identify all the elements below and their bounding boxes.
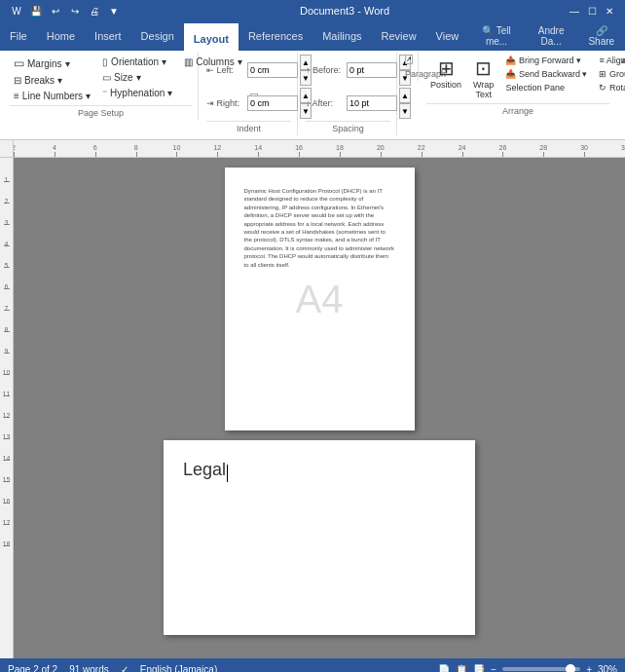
tab-mailings[interactable]: Mailings	[312, 21, 371, 51]
spacing-after-input[interactable]	[347, 95, 397, 111]
group-paragraph-content: ↗	[405, 55, 412, 64]
title-bar: W 💾 ↩ ↪ 🖨 ▼ Document3 - Word — ☐ ✕	[0, 0, 625, 21]
group-indent: ⇤ Left: ▲ ▼ ⇥ Right: ▲ ▼	[201, 53, 298, 135]
group-spacing-label: Spacing	[306, 121, 390, 133]
save-btn[interactable]: 💾	[27, 2, 45, 19]
orientation-dropdown[interactable]: ▾	[162, 56, 166, 67]
ribbon: File Home Insert Design Layout Reference…	[0, 21, 625, 140]
position-label: Position	[430, 80, 461, 90]
undo-btn[interactable]: ↩	[47, 2, 64, 19]
qat-dropdown[interactable]: ▼	[105, 2, 123, 19]
web-layout-btn[interactable]: 📑	[473, 664, 485, 673]
spacing-before-row: ↑ Before: ▲ ▼	[306, 55, 411, 86]
size-label: Size	[114, 72, 132, 83]
paragraph-launcher[interactable]: ↗	[405, 55, 413, 64]
print-layout-btn[interactable]: 📋	[456, 664, 467, 673]
tab-design[interactable]: Design	[131, 21, 184, 51]
indent-right-label: ⇥ Right:	[206, 98, 245, 108]
zoom-slider[interactable]	[502, 667, 580, 671]
group-page-setup-label: Page Setup	[10, 105, 192, 118]
zoom-level[interactable]: 30%	[598, 664, 617, 673]
word-icon: W	[8, 2, 25, 19]
horizontal-ruler: 2468101214161820222426283032	[14, 140, 625, 157]
send-backward-btn[interactable]: 📥 Send Backward ▾	[501, 68, 591, 80]
spacing-after-down[interactable]: ▼	[399, 103, 411, 119]
print-btn[interactable]: 🖨	[86, 2, 103, 19]
quick-access-toolbar[interactable]: W 💾 ↩ ↪ 🖨 ▼	[8, 2, 123, 19]
minimize-btn[interactable]: —	[567, 3, 582, 19]
hyphenation-btn[interactable]: ⁻ Hyphenation ▾	[98, 86, 176, 100]
orientation-label: Orientation	[111, 56, 159, 67]
margins-btn[interactable]: ▭ Margins ▾	[10, 55, 94, 72]
tab-insert[interactable]: Insert	[85, 21, 131, 51]
breaks-btn[interactable]: ⊟ Breaks ▾	[10, 73, 94, 88]
hyphenation-icon: ⁻	[102, 88, 107, 98]
zoom-in-btn[interactable]: +	[586, 664, 592, 673]
status-right: 📄 📋 📑 − + 30%	[438, 664, 617, 673]
ribbon-collapse-btn[interactable]: ▲	[617, 53, 625, 67]
tab-home[interactable]: Home	[37, 21, 85, 51]
tab-file[interactable]: File	[0, 21, 37, 51]
arrange-row-1: 📤 Bring Forward ▾	[501, 55, 591, 66]
zoom-out-btn[interactable]: −	[491, 664, 496, 673]
size-dropdown[interactable]: ▾	[136, 72, 141, 83]
language-indicator[interactable]: English (Jamaica)	[140, 664, 217, 673]
group-spacing: ↑ Before: ▲ ▼ ↓ After: ▲ ▼	[300, 53, 397, 135]
bring-forward-btn[interactable]: 📤 Bring Forward ▾	[501, 55, 585, 66]
window-controls[interactable]: — ☐ ✕	[567, 3, 617, 19]
position-btn[interactable]: ⊞ Position	[426, 55, 465, 92]
window-title: Document3 - Word	[123, 5, 567, 17]
close-btn[interactable]: ✕	[602, 3, 617, 19]
group-paragraph-label: Paragraph	[405, 66, 412, 79]
spacing-after-up[interactable]: ▲	[399, 88, 411, 103]
wrap-text-btn[interactable]: ⊡ Wrap Text	[469, 55, 497, 101]
indent-right-input[interactable]	[247, 95, 298, 111]
tab-references[interactable]: References	[239, 21, 312, 51]
tab-share[interactable]: 🔗 Share	[578, 21, 625, 51]
tab-share-user[interactable]: Andre Da...	[525, 21, 578, 51]
status-bar: Page 2 of 2 91 words ✓ English (Jamaica)…	[0, 658, 625, 672]
ribbon-content: ▭ Margins ▾ ⊟ Breaks ▾ ≡ Line Numbers ▾	[0, 51, 625, 139]
redo-btn[interactable]: ↪	[66, 2, 84, 19]
size-btn[interactable]: ▭ Size ▾	[98, 70, 176, 85]
breaks-dropdown[interactable]: ▾	[57, 75, 62, 86]
tab-review[interactable]: Review	[372, 21, 426, 51]
indent-left-row: ⇤ Left: ▲ ▼	[206, 55, 312, 86]
wrap-text-icon: ⊡	[475, 56, 492, 80]
tab-layout[interactable]: Layout	[184, 23, 239, 53]
spacing-before-label: ↑ Before:	[306, 65, 345, 75]
indent-left-input[interactable]	[247, 62, 298, 78]
page-indicator[interactable]: Page 2 of 2	[8, 664, 57, 673]
line-numbers-btn[interactable]: ≡ Line Numbers ▾	[10, 89, 94, 103]
proofing-icon[interactable]: ✓	[121, 664, 129, 673]
rotate-btn[interactable]: ↻ Rotate ▾	[595, 82, 625, 93]
orientation-icon: ▯	[102, 56, 108, 67]
breaks-icon: ⊟	[14, 75, 21, 86]
page-2-cursor-line[interactable]: Legal	[183, 460, 456, 482]
tab-view[interactable]: View	[426, 21, 469, 51]
selection-pane-btn[interactable]: Selection Pane	[501, 82, 569, 93]
line-numbers-dropdown[interactable]: ▾	[86, 91, 91, 101]
page-1-text: Dynamic Host Configuration Protocol (DHC…	[244, 187, 395, 269]
page-2[interactable]: Legal	[164, 440, 475, 635]
spacing-before-input[interactable]	[347, 62, 397, 78]
page-2-content[interactable]: Legal	[164, 440, 475, 502]
horizontal-ruler-container: 2468101214161820222426283032	[0, 140, 625, 158]
margins-dropdown[interactable]: ▾	[65, 58, 70, 69]
line-numbers-label: Line Numbers	[22, 91, 83, 101]
indent-left-label: ⇤ Left:	[206, 65, 245, 75]
read-mode-btn[interactable]: 📄	[438, 664, 450, 673]
restore-btn[interactable]: ☐	[584, 3, 600, 19]
position-icon: ⊞	[438, 56, 455, 80]
page-2-text[interactable]: Legal	[183, 460, 226, 479]
document-area[interactable]: Dynamic Host Configuration Protocol (DHC…	[14, 158, 625, 658]
group-arrange: ⊞ Position ⊡ Wrap Text 📤 Bring Forward ▾…	[421, 53, 615, 118]
tab-tell-me[interactable]: 🔍 Tell me...	[468, 21, 525, 51]
orientation-btn[interactable]: ▯ Orientation ▾	[98, 55, 176, 69]
vertical-ruler: 123456789101112131415161718	[0, 158, 14, 658]
hyphenation-dropdown[interactable]: ▾	[167, 88, 172, 98]
spacing-after-row: ↓ After: ▲ ▼	[306, 88, 411, 119]
group-btn[interactable]: ⊞ Group ▾	[595, 68, 625, 80]
main-area: 123456789101112131415161718 Dynamic Host…	[0, 158, 625, 658]
word-count[interactable]: 91 words	[69, 664, 109, 673]
